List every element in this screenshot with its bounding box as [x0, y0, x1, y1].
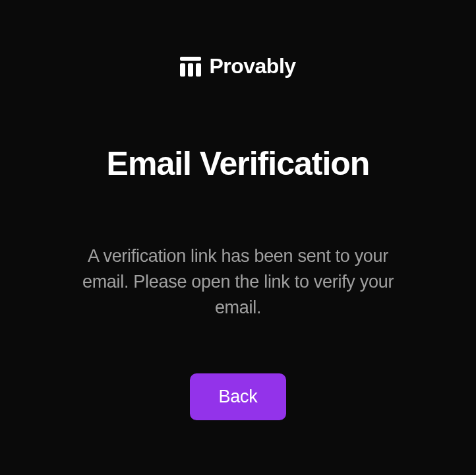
svg-rect-2 — [188, 63, 193, 77]
brand-logo: Provably — [180, 54, 295, 79]
back-button[interactable]: Back — [190, 373, 287, 420]
page-title: Email Verification — [107, 144, 370, 183]
svg-rect-3 — [196, 63, 201, 77]
brand-name: Provably — [209, 54, 295, 79]
svg-rect-1 — [180, 63, 185, 77]
svg-rect-0 — [180, 57, 201, 61]
verification-description: A verification link has been sent to you… — [67, 243, 409, 321]
provably-logo-icon — [180, 57, 201, 77]
